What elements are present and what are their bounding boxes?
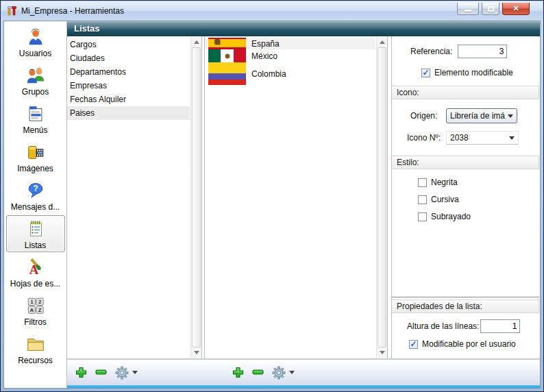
remove-list-button[interactable] xyxy=(95,369,107,376)
list-item-cargos[interactable]: Cargos xyxy=(67,38,190,51)
sidebar-item-menus[interactable]: Menús xyxy=(6,100,65,137)
list-item-ciudades[interactable]: Ciudades xyxy=(67,51,190,65)
list-item-paises[interactable]: Paises xyxy=(67,106,190,120)
scrollbar-thumb[interactable] xyxy=(192,47,201,347)
gear-icon xyxy=(272,366,286,380)
elements-panel-scrollbar[interactable] xyxy=(376,37,387,358)
stylesheet-icon: A xyxy=(25,256,46,279)
sidebar-item-label: Hojas de es... xyxy=(10,279,60,289)
element-row-espana[interactable]: España xyxy=(205,38,375,49)
scroll-up-button[interactable] xyxy=(377,37,387,47)
elements-panel: España México Colombia xyxy=(204,36,388,358)
users-icon xyxy=(25,64,46,87)
sidebar-item-hojas[interactable]: A Hojas de es... xyxy=(6,254,65,291)
divider xyxy=(392,297,539,297)
scroll-down-button[interactable] xyxy=(191,347,201,358)
chevron-down-icon xyxy=(132,371,138,374)
modificable-usuario-label: Modificable por el usuario xyxy=(422,339,516,349)
icono-no-dropdown[interactable]: 2038 xyxy=(446,131,519,145)
remove-element-button[interactable] xyxy=(252,369,264,376)
lists-toolbar xyxy=(75,366,138,380)
plus-icon xyxy=(75,367,87,378)
lists-panel-scrollbar[interactable] xyxy=(190,37,201,358)
scroll-down-button[interactable] xyxy=(377,347,387,358)
sidebar: Usuarios Grupos xyxy=(4,21,67,388)
sidebar-item-label: Mensajes d... xyxy=(11,202,60,212)
element-actions-button[interactable] xyxy=(272,366,295,380)
gear-icon xyxy=(115,366,129,380)
sidebar-item-mensajes[interactable]: ? Mensajes d... xyxy=(6,177,65,214)
filter-keys-icon: 12 AZ xyxy=(25,295,46,317)
sidebar-item-label: Listas xyxy=(25,241,46,250)
sidebar-item-imagenes[interactable]: Imágenes xyxy=(6,138,65,175)
chevron-down-icon xyxy=(508,114,513,118)
maximize-button[interactable] xyxy=(482,3,499,15)
elemento-modificable-label: Elemento modificable xyxy=(434,68,513,77)
negrita-checkbox[interactable]: Negrita xyxy=(418,177,540,187)
menu-icon xyxy=(25,103,46,125)
checkbox-icon[interactable] xyxy=(418,212,427,221)
list-item-fechas-alquiler[interactable]: Fechas Alquiler xyxy=(67,93,190,106)
main-area: Listas Cargos Ciudades Departamentos Emp… xyxy=(67,21,540,388)
page-title: Listas xyxy=(67,21,540,36)
close-icon: ✕ xyxy=(512,4,519,13)
sidebar-item-label: Imágenes xyxy=(17,164,53,173)
sidebar-item-label: Grupos xyxy=(22,87,49,97)
scroll-down-icon xyxy=(380,351,385,354)
checkbox-checked-icon[interactable] xyxy=(409,340,418,349)
sidebar-item-grupos[interactable]: Grupos xyxy=(6,62,65,99)
element-label: México xyxy=(251,51,277,61)
minimize-button[interactable] xyxy=(457,3,479,15)
scrollbar-thumb[interactable] xyxy=(378,47,386,347)
altura-input[interactable] xyxy=(480,319,520,333)
elements-toolbar xyxy=(232,366,295,380)
cursiva-checkbox[interactable]: Cursiva xyxy=(418,195,540,204)
subrayado-checkbox[interactable]: Subrayado xyxy=(418,212,540,221)
scroll-up-button[interactable] xyxy=(191,37,201,47)
origen-value: Librería de imá... xyxy=(450,111,505,121)
close-button[interactable]: ✕ xyxy=(502,3,530,15)
list-actions-button[interactable] xyxy=(115,366,138,380)
spain-flag xyxy=(208,38,246,49)
icono-section-header: Icono: xyxy=(392,86,539,99)
list-item-empresas[interactable]: Empresas xyxy=(67,79,190,93)
user-icon xyxy=(25,26,46,49)
element-row-mexico[interactable]: México xyxy=(205,49,375,62)
svg-text:?: ? xyxy=(33,184,38,193)
sidebar-item-listas[interactable]: Listas xyxy=(6,215,65,252)
app-tools-icon xyxy=(6,5,17,16)
origen-label: Origen: xyxy=(410,111,446,121)
altura-label: Altura de las líneas: xyxy=(407,321,479,331)
list-item-departamentos[interactable]: Departamentos xyxy=(67,65,190,79)
film-icon xyxy=(25,141,46,164)
sidebar-item-recursos[interactable]: Recursos xyxy=(6,330,65,367)
bottom-accent-line xyxy=(67,385,540,388)
chevron-down-icon xyxy=(509,136,515,140)
referencia-input[interactable] xyxy=(458,45,507,58)
svg-text:A: A xyxy=(29,307,34,313)
sidebar-item-label: Menús xyxy=(23,125,47,135)
icono-no-label: Icono Nº: xyxy=(407,133,446,143)
checkbox-icon[interactable] xyxy=(418,195,427,204)
origen-dropdown[interactable]: Librería de imá... xyxy=(446,108,517,123)
referencia-label: Referencia: xyxy=(410,47,452,56)
minus-icon xyxy=(252,369,264,376)
checkbox-checked-icon[interactable] xyxy=(421,69,430,77)
modificable-usuario-checkbox[interactable]: Modificable por el usuario xyxy=(409,339,540,349)
subrayado-label: Subrayado xyxy=(431,212,471,221)
plus-icon xyxy=(232,367,244,378)
elemento-modificable-checkbox[interactable]: Elemento modificable xyxy=(421,68,540,77)
sidebar-item-usuarios[interactable]: Usuarios xyxy=(6,23,65,60)
add-element-button[interactable] xyxy=(232,367,244,378)
sidebar-item-filtros[interactable]: 12 AZ Filtros xyxy=(6,292,65,329)
element-row-colombia[interactable]: Colombia xyxy=(205,62,375,85)
maximize-icon xyxy=(488,6,494,12)
checkbox-icon[interactable] xyxy=(418,178,427,187)
folder-icon xyxy=(25,333,46,356)
svg-text:2: 2 xyxy=(38,299,41,305)
svg-text:Z: Z xyxy=(38,307,41,313)
add-list-button[interactable] xyxy=(75,367,87,378)
properties-panel: Referencia: Elemento modificable Icono: … xyxy=(391,36,540,358)
negrita-label: Negrita xyxy=(431,177,458,187)
icono-no-value: 2038 xyxy=(450,133,506,143)
